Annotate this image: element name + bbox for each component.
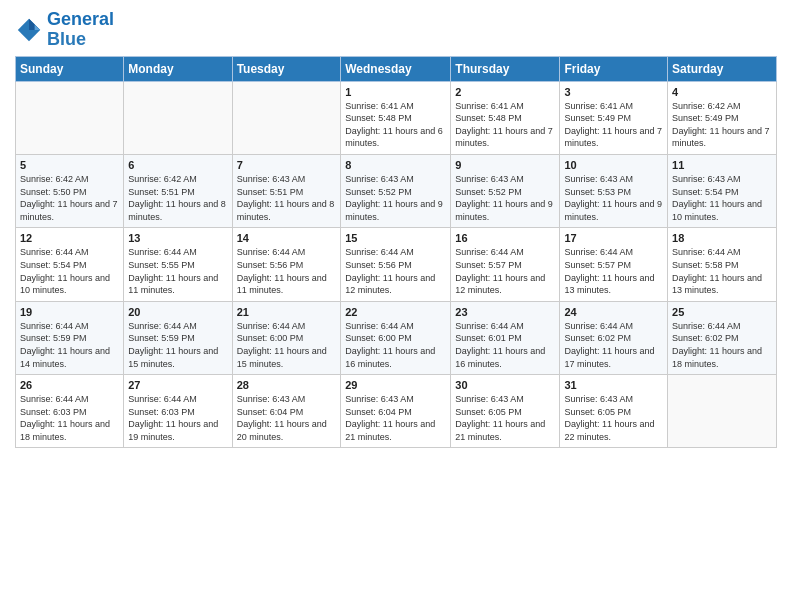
day-info: Sunrise: 6:43 AMSunset: 5:53 PMDaylight:…	[564, 173, 663, 223]
day-number: 16	[455, 232, 555, 244]
calendar-cell: 24Sunrise: 6:44 AMSunset: 6:02 PMDayligh…	[560, 301, 668, 374]
day-info: Sunrise: 6:43 AMSunset: 5:54 PMDaylight:…	[672, 173, 772, 223]
day-info: Sunrise: 6:44 AMSunset: 6:01 PMDaylight:…	[455, 320, 555, 370]
calendar-cell: 17Sunrise: 6:44 AMSunset: 5:57 PMDayligh…	[560, 228, 668, 301]
calendar-cell: 26Sunrise: 6:44 AMSunset: 6:03 PMDayligh…	[16, 375, 124, 448]
day-number: 19	[20, 306, 119, 318]
calendar-cell: 18Sunrise: 6:44 AMSunset: 5:58 PMDayligh…	[668, 228, 777, 301]
calendar-cell: 29Sunrise: 6:43 AMSunset: 6:04 PMDayligh…	[341, 375, 451, 448]
calendar-cell: 15Sunrise: 6:44 AMSunset: 5:56 PMDayligh…	[341, 228, 451, 301]
calendar-cell: 11Sunrise: 6:43 AMSunset: 5:54 PMDayligh…	[668, 154, 777, 227]
calendar-cell	[232, 81, 341, 154]
day-info: Sunrise: 6:44 AMSunset: 5:57 PMDaylight:…	[455, 246, 555, 296]
day-info: Sunrise: 6:44 AMSunset: 5:59 PMDaylight:…	[20, 320, 119, 370]
day-number: 5	[20, 159, 119, 171]
calendar-cell: 4Sunrise: 6:42 AMSunset: 5:49 PMDaylight…	[668, 81, 777, 154]
calendar-cell	[668, 375, 777, 448]
svg-marker-1	[29, 19, 40, 30]
day-number: 21	[237, 306, 337, 318]
day-info: Sunrise: 6:44 AMSunset: 5:54 PMDaylight:…	[20, 246, 119, 296]
calendar-cell: 3Sunrise: 6:41 AMSunset: 5:49 PMDaylight…	[560, 81, 668, 154]
day-info: Sunrise: 6:42 AMSunset: 5:49 PMDaylight:…	[672, 100, 772, 150]
day-info: Sunrise: 6:43 AMSunset: 6:04 PMDaylight:…	[237, 393, 337, 443]
calendar-header-row: SundayMondayTuesdayWednesdayThursdayFrid…	[16, 56, 777, 81]
calendar: SundayMondayTuesdayWednesdayThursdayFrid…	[15, 56, 777, 449]
day-info: Sunrise: 6:44 AMSunset: 5:57 PMDaylight:…	[564, 246, 663, 296]
day-info: Sunrise: 6:44 AMSunset: 6:00 PMDaylight:…	[345, 320, 446, 370]
day-info: Sunrise: 6:44 AMSunset: 5:55 PMDaylight:…	[128, 246, 227, 296]
calendar-cell: 25Sunrise: 6:44 AMSunset: 6:02 PMDayligh…	[668, 301, 777, 374]
calendar-cell: 5Sunrise: 6:42 AMSunset: 5:50 PMDaylight…	[16, 154, 124, 227]
day-number: 15	[345, 232, 446, 244]
calendar-cell: 7Sunrise: 6:43 AMSunset: 5:51 PMDaylight…	[232, 154, 341, 227]
day-info: Sunrise: 6:44 AMSunset: 6:02 PMDaylight:…	[564, 320, 663, 370]
day-info: Sunrise: 6:44 AMSunset: 5:59 PMDaylight:…	[128, 320, 227, 370]
day-number: 25	[672, 306, 772, 318]
calendar-cell: 2Sunrise: 6:41 AMSunset: 5:48 PMDaylight…	[451, 81, 560, 154]
day-number: 20	[128, 306, 227, 318]
day-info: Sunrise: 6:44 AMSunset: 6:00 PMDaylight:…	[237, 320, 337, 370]
day-number: 23	[455, 306, 555, 318]
day-number: 14	[237, 232, 337, 244]
day-info: Sunrise: 6:44 AMSunset: 5:56 PMDaylight:…	[237, 246, 337, 296]
day-number: 8	[345, 159, 446, 171]
day-number: 10	[564, 159, 663, 171]
calendar-cell	[124, 81, 232, 154]
day-info: Sunrise: 6:44 AMSunset: 6:02 PMDaylight:…	[672, 320, 772, 370]
header: General Blue	[15, 10, 777, 50]
day-number: 2	[455, 86, 555, 98]
calendar-cell: 22Sunrise: 6:44 AMSunset: 6:00 PMDayligh…	[341, 301, 451, 374]
calendar-week-1: 1Sunrise: 6:41 AMSunset: 5:48 PMDaylight…	[16, 81, 777, 154]
calendar-cell: 9Sunrise: 6:43 AMSunset: 5:52 PMDaylight…	[451, 154, 560, 227]
calendar-cell: 23Sunrise: 6:44 AMSunset: 6:01 PMDayligh…	[451, 301, 560, 374]
day-number: 17	[564, 232, 663, 244]
day-info: Sunrise: 6:41 AMSunset: 5:48 PMDaylight:…	[455, 100, 555, 150]
calendar-cell: 31Sunrise: 6:43 AMSunset: 6:05 PMDayligh…	[560, 375, 668, 448]
calendar-header-monday: Monday	[124, 56, 232, 81]
logo-text: General Blue	[47, 10, 114, 50]
day-number: 3	[564, 86, 663, 98]
day-number: 9	[455, 159, 555, 171]
day-info: Sunrise: 6:42 AMSunset: 5:50 PMDaylight:…	[20, 173, 119, 223]
calendar-header-tuesday: Tuesday	[232, 56, 341, 81]
logo: General Blue	[15, 10, 114, 50]
day-info: Sunrise: 6:43 AMSunset: 5:52 PMDaylight:…	[455, 173, 555, 223]
day-number: 1	[345, 86, 446, 98]
page-container: General Blue SundayMondayTuesdayWednesda…	[0, 0, 792, 458]
day-number: 13	[128, 232, 227, 244]
day-info: Sunrise: 6:43 AMSunset: 6:05 PMDaylight:…	[455, 393, 555, 443]
day-info: Sunrise: 6:43 AMSunset: 5:52 PMDaylight:…	[345, 173, 446, 223]
calendar-week-5: 26Sunrise: 6:44 AMSunset: 6:03 PMDayligh…	[16, 375, 777, 448]
calendar-cell: 19Sunrise: 6:44 AMSunset: 5:59 PMDayligh…	[16, 301, 124, 374]
calendar-cell: 1Sunrise: 6:41 AMSunset: 5:48 PMDaylight…	[341, 81, 451, 154]
day-number: 29	[345, 379, 446, 391]
calendar-cell: 28Sunrise: 6:43 AMSunset: 6:04 PMDayligh…	[232, 375, 341, 448]
day-number: 4	[672, 86, 772, 98]
day-number: 12	[20, 232, 119, 244]
calendar-header-friday: Friday	[560, 56, 668, 81]
calendar-cell: 16Sunrise: 6:44 AMSunset: 5:57 PMDayligh…	[451, 228, 560, 301]
calendar-cell: 13Sunrise: 6:44 AMSunset: 5:55 PMDayligh…	[124, 228, 232, 301]
day-number: 6	[128, 159, 227, 171]
calendar-week-3: 12Sunrise: 6:44 AMSunset: 5:54 PMDayligh…	[16, 228, 777, 301]
svg-marker-2	[35, 24, 41, 30]
logo-icon	[15, 16, 43, 44]
calendar-cell: 8Sunrise: 6:43 AMSunset: 5:52 PMDaylight…	[341, 154, 451, 227]
day-info: Sunrise: 6:41 AMSunset: 5:48 PMDaylight:…	[345, 100, 446, 150]
calendar-week-2: 5Sunrise: 6:42 AMSunset: 5:50 PMDaylight…	[16, 154, 777, 227]
calendar-header-thursday: Thursday	[451, 56, 560, 81]
calendar-cell: 27Sunrise: 6:44 AMSunset: 6:03 PMDayligh…	[124, 375, 232, 448]
calendar-cell: 10Sunrise: 6:43 AMSunset: 5:53 PMDayligh…	[560, 154, 668, 227]
calendar-cell: 12Sunrise: 6:44 AMSunset: 5:54 PMDayligh…	[16, 228, 124, 301]
day-info: Sunrise: 6:44 AMSunset: 6:03 PMDaylight:…	[20, 393, 119, 443]
day-info: Sunrise: 6:43 AMSunset: 5:51 PMDaylight:…	[237, 173, 337, 223]
calendar-cell: 30Sunrise: 6:43 AMSunset: 6:05 PMDayligh…	[451, 375, 560, 448]
day-number: 28	[237, 379, 337, 391]
day-info: Sunrise: 6:43 AMSunset: 6:05 PMDaylight:…	[564, 393, 663, 443]
calendar-header-saturday: Saturday	[668, 56, 777, 81]
day-info: Sunrise: 6:44 AMSunset: 5:56 PMDaylight:…	[345, 246, 446, 296]
day-number: 26	[20, 379, 119, 391]
calendar-cell: 6Sunrise: 6:42 AMSunset: 5:51 PMDaylight…	[124, 154, 232, 227]
day-info: Sunrise: 6:44 AMSunset: 6:03 PMDaylight:…	[128, 393, 227, 443]
calendar-cell: 14Sunrise: 6:44 AMSunset: 5:56 PMDayligh…	[232, 228, 341, 301]
